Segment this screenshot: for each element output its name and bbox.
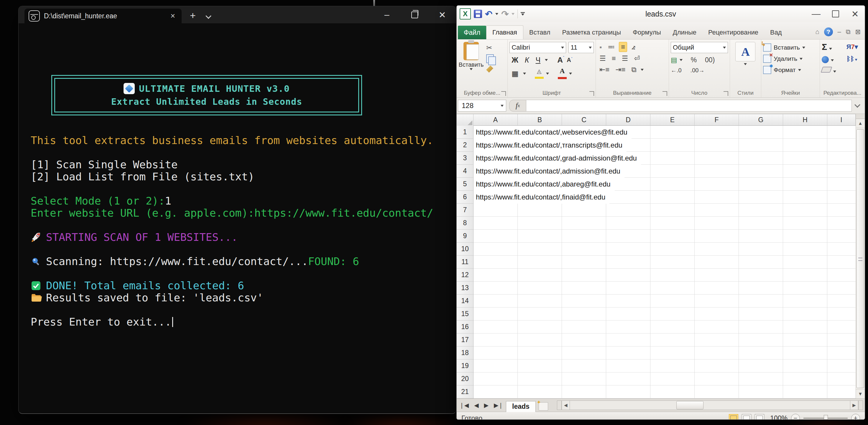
fill-button[interactable] [822, 55, 841, 63]
horizontal-scroll-track[interactable] [570, 400, 850, 410]
zoom-in-icon[interactable]: + [851, 414, 860, 420]
close-button[interactable]: ✕ [845, 6, 865, 22]
row-header-5[interactable]: 5 [457, 178, 473, 191]
scroll-split-handle[interactable] [856, 114, 865, 119]
find-select-icon[interactable]: ᛒᛒ▾ [846, 55, 863, 63]
increase-indent-icon[interactable]: ⇥≡ [614, 65, 627, 74]
increase-font-icon[interactable]: A˙ [557, 55, 564, 65]
font-name-select[interactable]: Calibri [509, 42, 566, 53]
select-all-corner[interactable] [457, 114, 473, 126]
column-header-I[interactable]: I [827, 114, 856, 126]
row-header-9[interactable]: 9 [457, 230, 473, 243]
decrease-font-icon[interactable]: A˙ [567, 57, 572, 63]
cell-value-row-6[interactable]: https://www.fit.edu/contact/,finaid@fit.… [473, 191, 610, 204]
ribbon-tab-Главная[interactable]: Главная [486, 25, 523, 39]
excel-titlebar[interactable]: leads.csv X ↶ ↷ — ✕ [457, 6, 865, 22]
row-header-12[interactable]: 12 [457, 268, 473, 282]
maximize-button[interactable] [401, 6, 428, 23]
increase-decimal-icon[interactable]: ←.0 [671, 67, 682, 74]
cell-value-row-2[interactable]: https://www.fit.edu/contact/,тranscripts… [473, 139, 626, 152]
horizontal-scroll-thumb[interactable] [676, 401, 704, 409]
help-icon[interactable]: ? [824, 27, 833, 36]
cell-value-row-5[interactable]: https://www.fit.edu/contact/,abareg@fit.… [473, 178, 615, 191]
scroll-down-icon[interactable]: ▼ [856, 389, 865, 398]
scroll-right-icon[interactable]: ▶ [850, 400, 858, 410]
row-header-14[interactable]: 14 [457, 294, 473, 308]
qat-menu-icon[interactable] [521, 12, 525, 16]
column-header-A[interactable]: A [473, 114, 518, 126]
dialog-launcher-icon[interactable] [501, 91, 506, 96]
home-icon[interactable]: ⌂ [815, 28, 819, 36]
save-icon[interactable] [474, 10, 482, 18]
format-painter-icon[interactable] [486, 65, 493, 73]
dialog-launcher-icon[interactable] [723, 91, 728, 96]
maximize-button[interactable] [826, 6, 845, 22]
wrap-text-icon[interactable]: ⏎ [632, 54, 642, 63]
ribbon-minimize-icon[interactable]: ‒ [838, 28, 841, 36]
zoom-out-icon[interactable]: − [791, 414, 800, 420]
row-header-3[interactable]: 3 [457, 152, 473, 165]
ribbon-tab-Длиные[interactable]: Длиные [667, 26, 702, 39]
minimize-button[interactable]: – [373, 6, 401, 23]
column-header-E[interactable]: E [650, 114, 695, 126]
column-header-B[interactable]: B [518, 114, 562, 126]
column-header-C[interactable]: C [562, 114, 606, 126]
row-header-6[interactable]: 6 [457, 191, 473, 204]
window-icon[interactable]: ⧉ [846, 28, 850, 36]
page-layout-view-icon[interactable] [742, 414, 751, 420]
ribbon-tab-Вставл[interactable]: Вставл [523, 26, 556, 39]
align-center-icon[interactable]: ≡ [610, 54, 618, 63]
clear-button[interactable] [822, 66, 841, 74]
row-header-1[interactable]: 1 [457, 126, 473, 139]
font-color-dropdown-icon[interactable] [569, 73, 572, 75]
number-format-select[interactable]: Общий [671, 42, 728, 53]
row-header-7[interactable]: 7 [457, 204, 473, 217]
terminal-body[interactable]: ULTIMATE EMAIL HUNTER v3.0 Extract Unlim… [19, 23, 456, 413]
decrease-indent-icon[interactable]: ⇤≡ [598, 65, 611, 74]
comma-style-icon[interactable]: 00) [705, 56, 715, 64]
horizontal-scrollbar[interactable]: ◀ ▶ [557, 401, 863, 409]
row-header-4[interactable]: 4 [457, 165, 473, 178]
cut-icon[interactable]: ✂ [486, 44, 494, 52]
sheet-tab-leads[interactable]: leads [506, 401, 536, 412]
first-sheet-icon[interactable]: ❘◀ [457, 402, 471, 409]
row-header-17[interactable]: 17 [457, 334, 473, 346]
row-header-20[interactable]: 20 [457, 372, 473, 386]
fx-icon[interactable]: fx [509, 100, 526, 112]
page-break-view-icon[interactable] [755, 414, 764, 420]
ribbon-tab-Вад[interactable]: Вад [764, 26, 788, 39]
dialog-launcher-icon[interactable] [662, 91, 667, 96]
name-box-dropdown-icon[interactable] [501, 105, 503, 107]
merge-dropdown-icon[interactable] [641, 69, 644, 71]
cell-grid[interactable]: https://www.fit.edu/contact/,webservices… [473, 126, 856, 398]
zoom-slider[interactable] [803, 418, 848, 419]
borders-icon[interactable]: ▦ [509, 69, 521, 78]
prev-sheet-icon[interactable]: ◀ [471, 402, 481, 409]
ribbon-tab-Разметка страницы[interactable]: Разметка страницы [556, 26, 627, 39]
align-left-icon[interactable]: ☰ [598, 54, 608, 63]
normal-view-icon[interactable] [729, 414, 738, 420]
copy-icon[interactable] [486, 54, 494, 63]
font-size-select[interactable]: 11 [568, 42, 594, 53]
row-header-8[interactable]: 8 [457, 217, 473, 230]
expand-formula-bar-icon[interactable] [855, 102, 860, 108]
insert-cells-button[interactable]: Вставить [763, 42, 818, 53]
cell-value-row-3[interactable]: https://www.fit.edu/contact/,grad-admiss… [473, 152, 641, 165]
row-header-19[interactable]: 19 [457, 360, 473, 372]
row-header-11[interactable]: 11 [457, 256, 473, 268]
minimize-button[interactable]: — [806, 6, 826, 22]
file-tab[interactable]: Файл [458, 26, 486, 39]
vertical-scrollbar[interactable]: ▲ ▼ [856, 114, 865, 398]
redo-dropdown-icon[interactable] [512, 13, 515, 15]
italic-button[interactable]: К [523, 56, 531, 64]
scroll-split-handle[interactable] [858, 400, 863, 410]
ribbon-tab-Рецентирование[interactable]: Рецентирование [702, 26, 764, 39]
align-top-icon[interactable]: ⹀ [598, 42, 603, 52]
fill-color-icon[interactable]: ◬ [535, 67, 544, 80]
paste-dropdown-icon[interactable] [470, 68, 473, 70]
terminal-titlebar[interactable]: D:\dist\email_hunter.eae × + – ✕ [19, 6, 456, 23]
vertical-scroll-thumb[interactable] [857, 129, 864, 388]
format-cells-button[interactable]: Формат [763, 64, 818, 76]
fill-color-dropdown-icon[interactable] [546, 73, 549, 75]
row-header-18[interactable]: 18 [457, 346, 473, 360]
